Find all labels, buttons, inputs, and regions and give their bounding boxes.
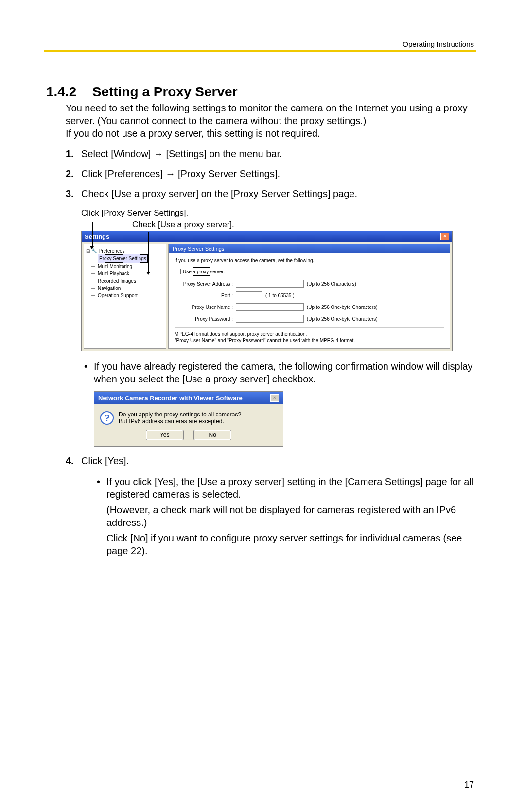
section-title: Setting a Proxy Server	[92, 84, 238, 100]
callout-1: Click [Proxy Server Settings].	[81, 208, 474, 218]
dialog-line2: But IPv6 address cameras are excepted.	[119, 418, 241, 425]
step4-p1: (However, a check mark will not be displ…	[106, 504, 474, 529]
use-proxy-checkbox-row[interactable]: Use a proxy server.	[175, 267, 227, 276]
question-icon: ?	[100, 411, 114, 425]
pane-title: Proxy Server Settings	[169, 244, 450, 253]
user-input[interactable]	[236, 303, 304, 311]
step-3: 3. Check [Use a proxy server] on the [Pr…	[66, 188, 474, 199]
window-title: Settings	[85, 233, 109, 240]
checkbox-icon[interactable]	[175, 269, 181, 274]
header-label: Operating Instructions	[402, 40, 474, 48]
dialog-close-icon[interactable]: ×	[270, 394, 279, 402]
arrow-icon: →	[165, 168, 178, 179]
label-user: Proxy User Name :	[175, 305, 233, 310]
step4-bullet: If you click [Yes], the [Use a proxy ser…	[94, 475, 474, 501]
confirmation-dialog: Network Camera Recorder with Viewer Soft…	[94, 391, 283, 447]
intro-p2: If you do not use a proxy server, this s…	[66, 127, 474, 140]
label-proxy-address: Proxy Server Address :	[175, 281, 233, 287]
callout-2: Check [Use a proxy server].	[132, 220, 474, 230]
section-number: 1.4.2	[46, 84, 76, 100]
step-2: 2. Click [Preferences] → [Proxy Server S…	[66, 168, 474, 180]
password-input[interactable]	[236, 315, 304, 323]
close-icon[interactable]: ×	[440, 233, 449, 240]
bullet-confirmation: If you have already registered the camer…	[81, 360, 474, 385]
tree-item[interactable]: Multi-Monitoring	[86, 263, 164, 270]
callout-arrow-1	[92, 222, 93, 248]
tree-item[interactable]: Operation Support	[86, 292, 164, 299]
tree-item[interactable]: Multi-Playback	[86, 270, 164, 277]
tree-pane: ⊟ 🔧 Preferences Proxy Server Settings Mu…	[84, 244, 166, 349]
step4-p2: Click [No] if you want to configure prox…	[106, 532, 474, 557]
arrow-icon: →	[154, 148, 166, 159]
page-number: 17	[464, 780, 474, 790]
step-4: 4. Click [Yes].	[66, 455, 474, 467]
step-1: 1. Select [Window] → [Settings] on the m…	[66, 148, 474, 160]
right-pane: Proxy Server Settings If you use a proxy…	[168, 244, 450, 349]
top-rule	[44, 50, 476, 52]
arrowhead-icon	[90, 246, 94, 249]
proxy-address-input[interactable]	[236, 280, 304, 288]
port-input[interactable]	[236, 291, 262, 299]
tree-item[interactable]: Recorded Images	[86, 277, 164, 285]
footnote-2: "Proxy User Name" and "Proxy Password" c…	[175, 337, 444, 343]
tree-item[interactable]: Navigation	[86, 285, 164, 292]
dialog-title: Network Camera Recorder with Viewer Soft…	[98, 395, 243, 402]
no-button[interactable]: No	[193, 430, 231, 440]
settings-window: Settings × ⊟ 🔧 Preferences Proxy Server …	[81, 231, 453, 351]
titlebar: Settings ×	[82, 231, 452, 242]
label-password: Proxy Password :	[175, 316, 233, 322]
tree-item-proxy[interactable]: Proxy Server Settings	[86, 254, 164, 263]
pane-instruction: If you use a proxy server to access the …	[175, 258, 444, 263]
intro-p1: You need to set the following settings t…	[66, 102, 474, 127]
label-port: Port :	[175, 293, 233, 298]
yes-button[interactable]: Yes	[146, 430, 184, 440]
footnote-1: MPEG-4 format does not support proxy ser…	[175, 331, 444, 337]
dialog-line1: Do you apply the proxy settings to all c…	[119, 411, 241, 418]
